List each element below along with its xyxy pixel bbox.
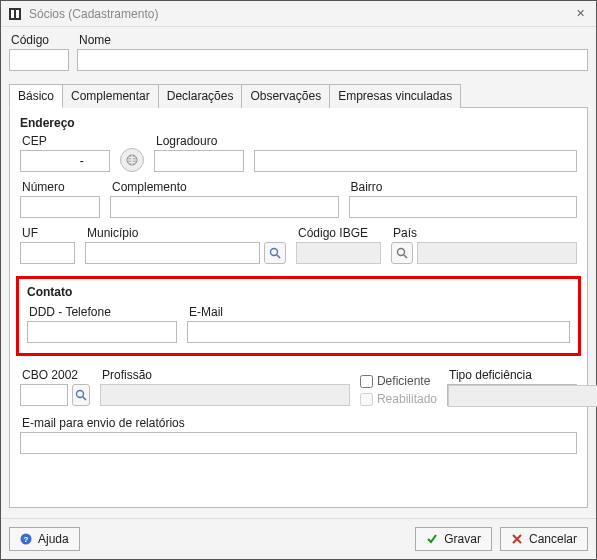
cbo-label: CBO 2002 [22,368,90,382]
svg-rect-0 [9,8,21,20]
close-icon[interactable]: ✕ [570,4,590,24]
codigo-input[interactable] [9,49,69,71]
ddd-telefone-input[interactable] [27,321,177,343]
municipio-input[interactable] [85,242,260,264]
nome-field: Nome [77,33,588,71]
email-input[interactable] [187,321,570,343]
contato-highlight: Contato DDD - Telefone E-Mail [16,276,581,356]
bairro-field: Bairro [349,180,578,218]
reabilitado-checkbox [360,393,373,406]
profissao-input [100,384,350,406]
ibge-label: Código IBGE [298,226,381,240]
uf-combo[interactable]: ▾ [20,242,75,264]
ajuda-button[interactable]: ? Ajuda [9,527,80,551]
pais-label: País [393,226,577,240]
email-label: E-Mail [189,305,570,319]
ibge-input [296,242,381,264]
tipo-deficiencia-input [448,385,597,407]
search-icon [396,247,408,259]
deficiente-label: Deficiente [377,374,430,388]
reabilitado-checkbox-row: Reabilitado [360,392,437,406]
tab-bar: Básico Complementar Declarações Observaç… [9,83,588,108]
logradouro-input[interactable] [254,150,577,172]
cbo-field: CBO 2002 [20,368,90,406]
svg-text:?: ? [24,535,29,544]
deficiente-checkbox[interactable] [360,375,373,388]
svg-line-9 [83,397,86,400]
cbo-input[interactable] [20,384,68,406]
cep-lookup-button[interactable] [120,148,144,172]
tab-observacoes[interactable]: Observações [241,84,330,108]
email-relatorios-input[interactable] [20,432,577,454]
reabilitado-label: Reabilitado [377,392,437,406]
tab-basico[interactable]: Básico [9,84,63,108]
titlebar: Sócios (Cadastramento) ✕ [1,1,596,27]
pais-search-button[interactable] [391,242,413,264]
svg-rect-2 [16,10,19,18]
endereco-section: Endereço CEP Logradouro [20,116,577,264]
cancelar-button[interactable]: Cancelar [500,527,588,551]
tipo-deficiencia-field: Tipo deficiência ▾ [447,368,577,406]
tab-empresas[interactable]: Empresas vinculadas [329,84,461,108]
numero-field: Número [20,180,100,218]
endereco-title: Endereço [20,116,577,130]
tab-declaracoes[interactable]: Declarações [158,84,243,108]
tab-page-basico: Endereço CEP Logradouro [9,108,588,508]
email-relatorios-field: E-mail para envio de relatórios [20,416,577,454]
cancelar-label: Cancelar [529,532,577,546]
cep-input[interactable] [20,150,110,172]
ddd-label: DDD - Telefone [29,305,177,319]
tipo-deficiencia-combo[interactable]: ▾ [447,384,577,406]
tab-complementar[interactable]: Complementar [62,84,159,108]
nome-input[interactable] [77,49,588,71]
pais-field: País [391,226,577,264]
svg-point-4 [271,249,278,256]
ibge-field: Código IBGE [296,226,381,264]
gravar-button[interactable]: Gravar [415,527,492,551]
tipo-deficiencia-label: Tipo deficiência [449,368,577,382]
pais-input [417,242,577,264]
svg-rect-1 [11,10,14,18]
municipio-search-button[interactable] [264,242,286,264]
logradouro-field [254,134,577,172]
logradouro-tipo-combo[interactable]: ▾ [154,150,244,172]
ajuda-label: Ajuda [38,532,69,546]
email-field: E-Mail [187,305,570,343]
profissao-field: Profissão [100,368,350,406]
complemento-input[interactable] [110,196,339,218]
complemento-label: Complemento [112,180,339,194]
svg-point-6 [398,249,405,256]
check-icon [426,533,438,545]
header-row: Código Nome [9,33,588,71]
deficiente-checkbox-row[interactable]: Deficiente [360,374,437,388]
uf-field: UF ▾ [20,226,75,264]
numero-input[interactable] [20,196,100,218]
cbo-search-button[interactable] [72,384,90,406]
profissao-label: Profissão [102,368,350,382]
bairro-input[interactable] [349,196,578,218]
window-title: Sócios (Cadastramento) [29,7,570,21]
cancel-icon [511,533,523,545]
ddd-field: DDD - Telefone [27,305,177,343]
svg-line-5 [277,255,280,258]
nome-label: Nome [79,33,588,47]
search-icon [269,247,281,259]
svg-point-8 [77,391,84,398]
help-icon: ? [20,533,32,545]
numero-label: Número [22,180,100,194]
svg-line-7 [404,255,407,258]
municipio-label: Município [87,226,286,240]
municipio-field: Município [85,226,286,264]
gravar-label: Gravar [444,532,481,546]
search-icon [75,389,87,401]
cep-label: CEP [22,134,110,148]
uf-label: UF [22,226,75,240]
profissao-row: CBO 2002 Profissão Deficiente [20,368,577,406]
globe-icon [126,154,138,166]
app-icon [7,6,23,22]
logradouro-label: Logradouro [156,134,244,148]
complemento-field: Complemento [110,180,339,218]
bairro-label: Bairro [351,180,578,194]
email-relatorios-label: E-mail para envio de relatórios [22,416,577,430]
contato-title: Contato [27,285,570,299]
